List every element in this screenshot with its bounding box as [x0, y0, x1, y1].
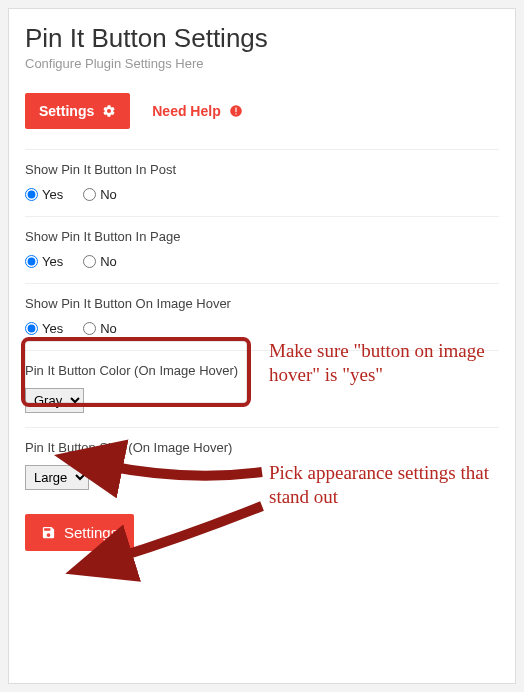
alert-icon: [229, 104, 243, 118]
radio-input[interactable]: [25, 188, 38, 201]
save-button[interactable]: Settings: [25, 514, 134, 551]
divider: [25, 149, 499, 150]
radio-label: Yes: [42, 187, 63, 202]
field-color: Pin It Button Color (On Image Hover) Gra…: [25, 363, 499, 413]
field-show-on-hover: Show Pin It Button On Image Hover Yes No: [25, 296, 499, 336]
field-show-in-page: Show Pin It Button In Page Yes No: [25, 229, 499, 269]
tab-bar: Settings Need Help: [25, 93, 499, 129]
radio-input[interactable]: [83, 322, 96, 335]
svg-rect-2: [235, 113, 236, 114]
field-label: Pin It Button Color (On Image Hover): [25, 363, 499, 378]
radio-label: Yes: [42, 254, 63, 269]
tab-help-label: Need Help: [152, 103, 220, 119]
color-select[interactable]: Gray: [25, 388, 84, 413]
page-title: Pin It Button Settings: [25, 23, 499, 54]
radio-label: No: [100, 254, 117, 269]
svg-rect-1: [235, 108, 236, 113]
radio-input[interactable]: [25, 255, 38, 268]
page-subtitle: Configure Plugin Settings Here: [25, 56, 499, 71]
radio-yes[interactable]: Yes: [25, 187, 63, 202]
save-button-label: Settings: [64, 524, 118, 541]
divider: [25, 216, 499, 217]
radio-input[interactable]: [83, 188, 96, 201]
radio-label: No: [100, 321, 117, 336]
field-label: Pin It Button Size (On Image Hover): [25, 440, 499, 455]
radio-label: Yes: [42, 321, 63, 336]
field-label: Show Pin It Button In Page: [25, 229, 499, 244]
field-label: Show Pin It Button On Image Hover: [25, 296, 499, 311]
radio-input[interactable]: [83, 255, 96, 268]
size-select[interactable]: Large: [25, 465, 89, 490]
field-show-in-post: Show Pin It Button In Post Yes No: [25, 162, 499, 202]
divider: [25, 350, 499, 351]
tab-need-help[interactable]: Need Help: [138, 93, 256, 129]
field-size: Pin It Button Size (On Image Hover) Larg…: [25, 440, 499, 490]
tab-settings-label: Settings: [39, 103, 94, 119]
divider: [25, 283, 499, 284]
save-icon: [41, 525, 56, 540]
divider: [25, 427, 499, 428]
radio-no[interactable]: No: [83, 187, 117, 202]
radio-input[interactable]: [25, 322, 38, 335]
radio-no[interactable]: No: [83, 254, 117, 269]
tab-settings[interactable]: Settings: [25, 93, 130, 129]
gear-icon: [102, 104, 116, 118]
radio-label: No: [100, 187, 117, 202]
radio-yes[interactable]: Yes: [25, 321, 63, 336]
radio-yes[interactable]: Yes: [25, 254, 63, 269]
field-label: Show Pin It Button In Post: [25, 162, 499, 177]
radio-no[interactable]: No: [83, 321, 117, 336]
